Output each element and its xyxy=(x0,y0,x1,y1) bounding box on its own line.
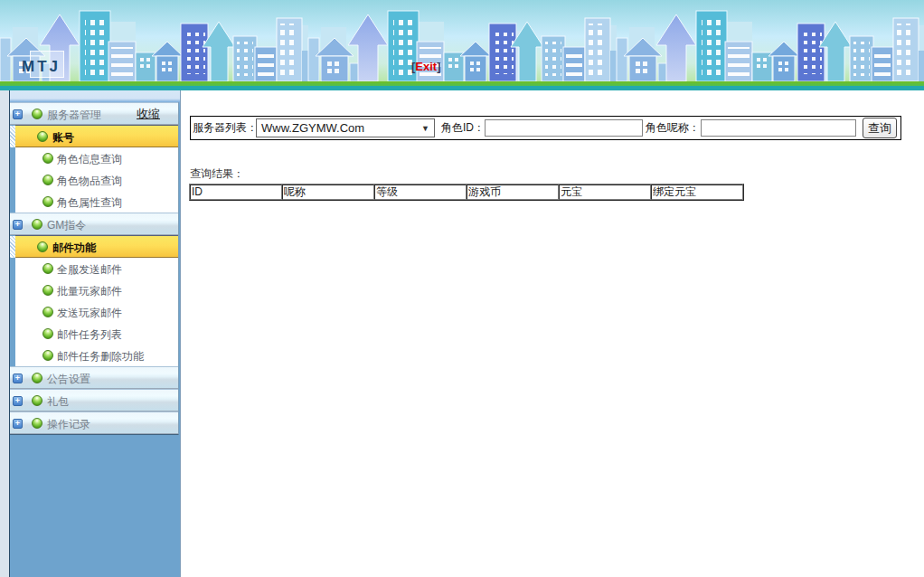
server-list-label: 服务器列表： xyxy=(193,120,256,136)
nickname-input[interactable] xyxy=(701,119,856,137)
nickname-label: 角色呢称： xyxy=(646,120,698,136)
green-orb-icon xyxy=(42,153,53,164)
menu-label: 账号 xyxy=(52,128,74,148)
select-arrow-icon: ▼ xyxy=(421,124,429,133)
menu-item-7[interactable]: 全服发送邮件 xyxy=(15,258,178,279)
menu-label: 角色物品查询 xyxy=(57,170,122,192)
menu-label: 服务器管理 xyxy=(47,105,101,126)
query-form: 服务器列表： Www.ZGYMW.Com ▼ 角色ID： 角色呢称： 查询 xyxy=(190,116,901,140)
menu-item-3[interactable]: 角色物品查询 xyxy=(15,169,178,191)
menu-label: 角色属性查询 xyxy=(57,192,122,213)
query-button[interactable]: 查询 xyxy=(863,118,897,138)
table-header-row: ID呢称等级游戏币元宝绑定元宝 xyxy=(190,184,743,200)
menu-label: 批量玩家邮件 xyxy=(57,280,122,302)
table-header-cell: 游戏币 xyxy=(467,184,559,200)
menu-item-2[interactable]: 角色信息查询 xyxy=(15,147,178,169)
green-orb-icon xyxy=(42,350,53,361)
menu-label: 角色信息查询 xyxy=(57,148,122,170)
menu-group-5[interactable]: +GM指令 xyxy=(10,213,178,235)
logo-mtj: MTJ xyxy=(22,58,61,76)
menu-label: 邮件任务删除功能 xyxy=(57,345,144,367)
green-orb-icon xyxy=(42,175,53,185)
skyline-graphic xyxy=(0,0,924,90)
green-orb-icon xyxy=(32,395,42,406)
expand-plus-icon[interactable]: + xyxy=(13,396,23,406)
table-header-cell: 元宝 xyxy=(559,184,651,200)
menu-label: 邮件功能 xyxy=(52,238,96,259)
green-orb-icon xyxy=(32,109,42,119)
menu-label: 公告设置 xyxy=(47,369,90,390)
green-orb-icon xyxy=(32,373,42,383)
green-orb-icon xyxy=(37,131,48,142)
role-id-label: 角色ID： xyxy=(441,120,485,136)
green-orb-icon xyxy=(32,219,42,230)
expand-plus-icon[interactable]: + xyxy=(13,109,23,119)
role-id-input[interactable] xyxy=(485,119,643,137)
table-header-cell: 绑定元宝 xyxy=(651,184,743,200)
green-orb-icon xyxy=(42,285,53,296)
exit-link[interactable]: [Exit] xyxy=(411,60,441,73)
green-orb-icon xyxy=(42,263,53,274)
menu-item-11[interactable]: 邮件任务删除功能 xyxy=(15,345,178,366)
menu-group-0[interactable]: +服务器管理收缩 xyxy=(10,102,178,125)
page: MTJ [Exit] +服务器管理收缩账号角色信息查询角色物品查询角色属性查询+… xyxy=(0,0,924,577)
sidebar-menu: +服务器管理收缩账号角色信息查询角色物品查询角色属性查询+GM指令邮件功能全服发… xyxy=(10,102,179,435)
menu-label: 礼包 xyxy=(47,392,69,412)
green-orb-icon xyxy=(42,328,53,339)
collapse-link[interactable]: 收缩 xyxy=(137,103,160,124)
expand-plus-icon[interactable]: + xyxy=(13,220,23,230)
green-orb-icon xyxy=(42,307,53,317)
green-orb-icon xyxy=(42,196,53,207)
menu-group-6[interactable]: 邮件功能 xyxy=(15,235,178,258)
results-table: ID呢称等级游戏币元宝绑定元宝 xyxy=(189,184,744,201)
menu-group-12[interactable]: +公告设置 xyxy=(10,366,178,389)
server-select[interactable]: Www.ZGYMW.Com ▼ xyxy=(256,118,435,137)
menu-label: 邮件任务列表 xyxy=(57,324,122,345)
table-header-cell: 呢称 xyxy=(282,184,374,200)
table-header-cell: ID xyxy=(190,184,282,200)
expand-plus-icon[interactable]: + xyxy=(13,419,23,429)
sidebar: +服务器管理收缩账号角色信息查询角色物品查询角色属性查询+GM指令邮件功能全服发… xyxy=(0,90,181,577)
menu-item-8[interactable]: 批量玩家邮件 xyxy=(15,279,178,301)
menu-label: 发送玩家邮件 xyxy=(57,302,122,324)
menu-group-13[interactable]: +礼包 xyxy=(10,389,178,411)
main-content: 服务器列表： Www.ZGYMW.Com ▼ 角色ID： 角色呢称： 查询 查询… xyxy=(181,90,924,577)
menu-group-1[interactable]: 账号 xyxy=(15,125,178,147)
menu-label: 全服发送邮件 xyxy=(57,259,122,280)
results-label: 查询结果： xyxy=(190,166,244,182)
table-header-cell: 等级 xyxy=(374,184,467,200)
menu-item-10[interactable]: 邮件任务列表 xyxy=(15,323,178,345)
header-banner: MTJ [Exit] xyxy=(0,0,924,90)
menu-group-14[interactable]: +操作记录 xyxy=(10,411,178,434)
green-orb-icon xyxy=(37,241,48,252)
expand-plus-icon[interactable]: + xyxy=(13,374,23,383)
server-select-value: Www.ZGYMW.Com xyxy=(261,121,364,135)
menu-item-4[interactable]: 角色属性查询 xyxy=(15,191,178,213)
green-orb-icon xyxy=(32,418,42,429)
menu-label: 操作记录 xyxy=(47,414,90,435)
menu-item-9[interactable]: 发送玩家邮件 xyxy=(15,301,178,323)
menu-label: GM指令 xyxy=(47,215,86,236)
